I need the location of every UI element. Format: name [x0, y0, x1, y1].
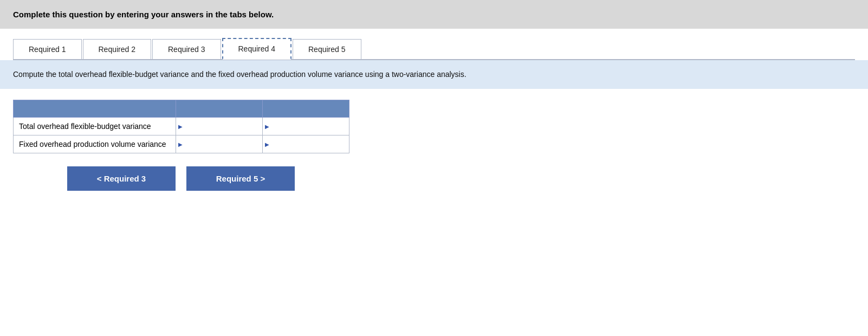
table-wrapper: Total overhead flexible-budget variance …	[13, 100, 855, 153]
content-area: Compute the total overhead flexible-budg…	[0, 60, 868, 89]
row2-value1-cell	[176, 135, 263, 153]
col-header-label	[14, 100, 176, 118]
col-header-value1	[176, 100, 263, 118]
header-banner: Complete this question by entering your …	[0, 0, 868, 29]
row1-value1-input[interactable]	[176, 118, 262, 135]
row1-value1-cell	[176, 118, 263, 135]
row2-label: Fixed overhead production volume varianc…	[14, 135, 176, 153]
tab-required4[interactable]: Required 4	[222, 38, 292, 60]
prev-button[interactable]: < Required 3	[67, 166, 176, 191]
page-wrapper: Complete this question by entering your …	[0, 0, 868, 191]
row2-value2-cell	[263, 135, 349, 153]
table-row: Total overhead flexible-budget variance	[14, 118, 349, 135]
tab-required2[interactable]: Required 2	[83, 39, 152, 59]
tab-required3[interactable]: Required 3	[152, 39, 221, 59]
content-description: Compute the total overhead flexible-budg…	[13, 70, 467, 79]
tabs-container: Required 1 Required 2 Required 3 Require…	[13, 37, 855, 60]
nav-buttons: < Required 3 Required 5 >	[13, 166, 349, 191]
tab-required1[interactable]: Required 1	[13, 39, 82, 59]
row1-value2-input[interactable]	[263, 118, 349, 135]
col-header-value2	[263, 100, 349, 118]
row1-value2-cell	[263, 118, 349, 135]
row2-value2-input[interactable]	[263, 135, 349, 153]
next-button[interactable]: Required 5 >	[186, 166, 295, 191]
table-row: Fixed overhead production volume varianc…	[14, 135, 349, 153]
row2-value1-input[interactable]	[176, 135, 262, 153]
row1-label: Total overhead flexible-budget variance	[14, 118, 176, 135]
variance-table: Total overhead flexible-budget variance …	[13, 100, 349, 153]
header-instruction: Complete this question by entering your …	[13, 10, 274, 19]
tab-required5[interactable]: Required 5	[293, 39, 361, 59]
